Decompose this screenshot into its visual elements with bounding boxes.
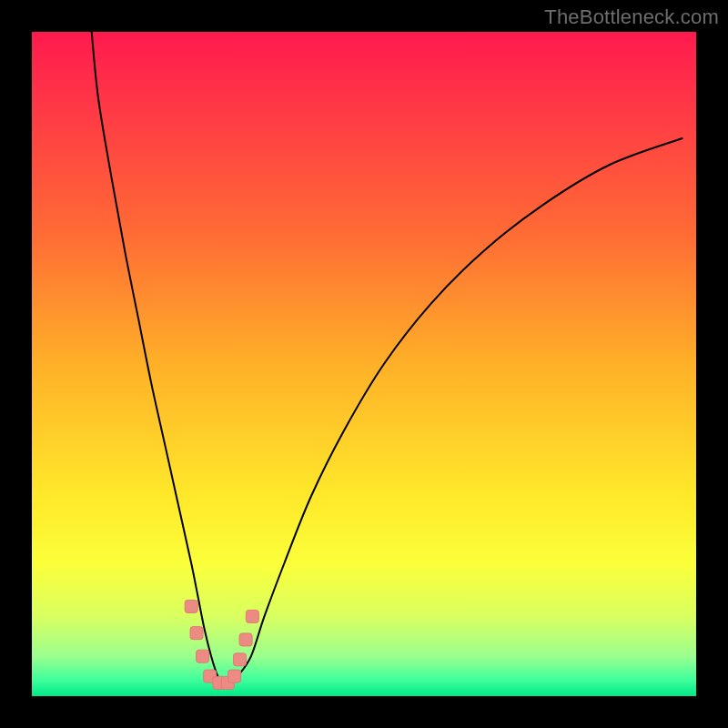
highlight-marker xyxy=(190,627,203,640)
gradient-background xyxy=(32,32,696,696)
highlight-marker xyxy=(197,650,209,662)
plot-area xyxy=(32,32,696,696)
outer-frame: TheBottleneck.com xyxy=(0,0,728,728)
highlight-marker xyxy=(246,610,258,622)
highlight-marker xyxy=(233,653,246,666)
highlight-marker xyxy=(239,633,252,646)
highlight-marker xyxy=(185,600,197,612)
highlight-marker xyxy=(228,670,241,682)
attribution-text: TheBottleneck.com xyxy=(544,5,719,29)
bottleneck-chart xyxy=(32,32,696,696)
